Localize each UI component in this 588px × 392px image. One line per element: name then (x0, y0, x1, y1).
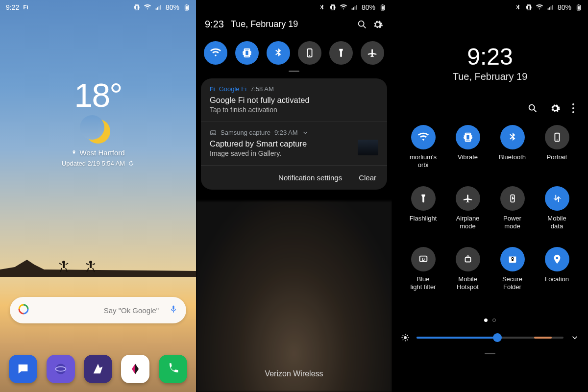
qs-time: 9:23 (392, 43, 588, 70)
battery-icon (379, 4, 386, 11)
qs-tile-label: Bluetooth (499, 153, 526, 169)
bluetooth-toggle[interactable] (267, 41, 290, 65)
notif-thumbnail[interactable] (358, 140, 378, 155)
chevron-down-icon[interactable] (570, 333, 579, 342)
wifi-icon (340, 4, 347, 11)
weather-widget[interactable]: 18° West Hartford Updated 2/19 5:54 AM (0, 76, 196, 167)
shade-header: 9:23 Tue, February 19 (196, 19, 392, 30)
qs-tile-label: Portrait (547, 153, 567, 169)
google-search-bar[interactable]: Say "Ok Google" (10, 297, 186, 323)
qs-tile-label: morlium'sorbi (410, 153, 437, 170)
qs-tile-hotspot[interactable]: MobileHotspot (447, 247, 488, 292)
qs-tile-label: Bluelight filter (410, 275, 436, 292)
svg-rect-16 (63, 263, 65, 268)
signal-icon (351, 4, 358, 11)
notif-app-name: Samsung capture (220, 129, 270, 136)
page-dot-active (484, 318, 488, 322)
temperature: 18° (74, 76, 122, 114)
google-logo-icon (18, 303, 29, 317)
fi-icon: Fi (210, 86, 215, 93)
galaxy-store-app[interactable] (84, 355, 112, 383)
more-icon[interactable] (572, 103, 574, 113)
battery-icon (183, 4, 190, 11)
wifi-icon (411, 125, 436, 149)
data-icon (545, 186, 569, 211)
qs-tile-flashlight[interactable]: Flashlight (403, 186, 443, 231)
notif-time: 9:23 AM (274, 129, 298, 136)
wifi-toggle[interactable] (204, 41, 227, 65)
qs-tile-vibrate[interactable]: Vibrate (447, 125, 488, 170)
search-icon[interactable] (357, 19, 368, 30)
shade-drag-handle[interactable] (485, 353, 495, 354)
phone-app[interactable] (159, 355, 187, 383)
secure-icon (500, 247, 525, 271)
brightness-slider[interactable] (416, 337, 564, 339)
qs-tile-power[interactable]: Powermode (492, 186, 533, 231)
qs-tile-label: MobileHotspot (457, 275, 479, 292)
bluetooth-icon (500, 125, 525, 149)
battery-pct: 80% (558, 3, 571, 11)
airplane-toggle[interactable] (361, 41, 384, 65)
search-icon[interactable] (527, 103, 538, 114)
qs-pager[interactable] (392, 318, 588, 322)
bluetooth-icon (514, 4, 521, 11)
notif-body: Image saved in Gallery. (210, 149, 378, 157)
qs-tile-label: Vibrate (458, 153, 478, 169)
mute-icon (329, 4, 336, 11)
refresh-icon[interactable] (128, 160, 134, 167)
samsung-app[interactable] (121, 355, 149, 383)
portrait-icon (545, 125, 569, 149)
vibrate-icon (456, 125, 480, 149)
notif-time: 7:58 AM (250, 85, 274, 93)
location-text: West Hartford (79, 148, 124, 157)
notification-settings-button[interactable]: Notification settings (278, 173, 342, 182)
image-icon (210, 129, 217, 136)
qs-tile-data[interactable]: Mobiledata (537, 186, 577, 231)
mute-icon (133, 4, 140, 11)
bluetooth-icon (318, 4, 325, 11)
messages-app[interactable] (9, 355, 37, 383)
qs-tile-airplane[interactable]: Airplanemode (447, 186, 488, 231)
rotation-toggle[interactable] (298, 41, 321, 65)
bluelight-icon (411, 247, 436, 271)
shade-drag-handle[interactable] (289, 71, 299, 72)
power-icon (500, 186, 525, 211)
status-time: 9:22 (6, 3, 19, 11)
vibrate-toggle[interactable] (235, 41, 259, 65)
qs-tile-bluelight[interactable]: Bluelight filter (403, 247, 443, 292)
qs-tile-label: SecureFolder (502, 275, 522, 292)
notification-google-fi[interactable]: Fi Google Fi 7:58 AM Google Fi not fully… (201, 78, 387, 122)
svg-point-23 (55, 364, 66, 374)
location-icon (545, 247, 569, 271)
internet-app[interactable] (47, 355, 75, 383)
flashlight-icon (411, 186, 436, 211)
chevron-down-icon[interactable] (302, 129, 309, 136)
page-dot (492, 318, 496, 322)
notif-title: Captured by Smart capture (210, 139, 378, 148)
moon-icon (86, 119, 110, 144)
notif-body: Tap to finish activation (210, 106, 378, 114)
notif-app-name: Google Fi (219, 85, 246, 93)
qs-tile-portrait[interactable]: Portrait (537, 125, 577, 170)
qs-tile-wifi[interactable]: morlium'sorbi (403, 125, 443, 170)
mic-icon[interactable] (169, 304, 178, 316)
qs-tile-bluetooth[interactable]: Bluetooth (492, 125, 533, 170)
fi-icon: Fi (23, 4, 28, 11)
signal-icon (547, 4, 554, 11)
quick-settings-grid: morlium'sorbiVibrateBluetoothPortraitFla… (403, 125, 577, 292)
airplane-icon (456, 186, 480, 211)
status-bar: 80% (392, 0, 588, 15)
flashlight-toggle[interactable] (329, 41, 353, 65)
settings-icon[interactable] (372, 19, 383, 30)
carrier-label: Verizon Wireless (196, 369, 392, 378)
clear-button[interactable]: Clear (359, 173, 376, 182)
signal-icon (155, 4, 162, 11)
wallpaper-silhouettes (0, 247, 196, 277)
notification-samsung-capture[interactable]: Samsung capture 9:23 AM Captured by Smar… (201, 122, 387, 166)
qs-tile-location[interactable]: Location (537, 247, 577, 292)
qs-tile-secure[interactable]: SecureFolder (492, 247, 533, 292)
settings-icon[interactable] (550, 103, 561, 114)
shade-time: 9:23 (205, 19, 224, 30)
home-screen: 9:22 Fi 80% 18° West Hartford Updated 2/… (0, 0, 196, 392)
shade-background (196, 201, 392, 392)
